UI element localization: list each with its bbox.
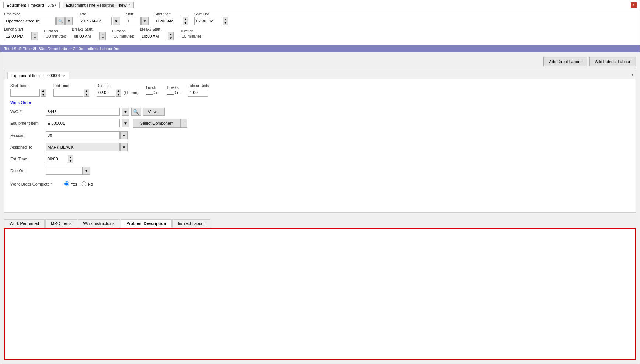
shift-dropdown-button[interactable]: ▼ <box>141 17 149 25</box>
reason-field-row: ▼ <box>46 131 128 139</box>
shift-end-down[interactable]: ▼ <box>223 21 228 25</box>
equipment-item-input[interactable] <box>46 119 120 127</box>
shift-group: Shift ▼ <box>126 12 149 25</box>
tab-indirect-labour[interactable]: Indirect Labour <box>172 219 210 228</box>
tab-arrow-button[interactable]: ▼ <box>630 73 634 77</box>
wo-view-button[interactable]: View... <box>143 108 165 116</box>
duration-input[interactable] <box>97 89 115 97</box>
select-component-button[interactable]: Select Component <box>133 119 181 128</box>
est-time-up[interactable]: ▲ <box>68 155 73 159</box>
duration-down[interactable]: ▼ <box>116 93 121 96</box>
problem-description-textarea[interactable] <box>5 229 635 241</box>
add-indirect-labour-button[interactable]: Add Indirect Labour <box>589 57 636 66</box>
breaks-group: Breaks ___0 m <box>167 86 181 95</box>
end-time-up[interactable]: ▲ <box>84 89 89 93</box>
start-time-input[interactable] <box>10 89 40 97</box>
start-time-down[interactable]: ▼ <box>41 93 46 96</box>
equipment-tab-header: Equipment Item - E 000001 × ▼ <box>4 70 636 79</box>
end-time-input[interactable] <box>53 89 83 97</box>
wo-number-input[interactable] <box>46 108 120 116</box>
select-component-side-button[interactable]: - <box>181 119 187 128</box>
est-time-spinner: ▲ ▼ <box>68 155 73 163</box>
title-tab-2[interactable]: Equipment Time Reporting - [new] * <box>63 2 134 8</box>
tab-work-performed[interactable]: Work Performed <box>4 219 45 228</box>
break2-start-spinner: ▲ ▼ <box>168 32 174 40</box>
lunch-start-up[interactable]: ▲ <box>32 32 38 36</box>
shift-end-spinner: ▲ ▼ <box>223 17 228 25</box>
eq-dropdown-button[interactable]: ▼ <box>122 119 129 127</box>
shift-end-group: Shift End ▲ ▼ <box>194 12 228 25</box>
break1-duration-value: _10 minutes <box>112 34 134 38</box>
equipment-tab-close[interactable]: × <box>63 74 65 78</box>
shift-start-up[interactable]: ▲ <box>183 17 188 21</box>
break2-duration-label: Duration <box>180 29 202 33</box>
summary-text: Total Shift Time 8h 30m Direct Labour 2h… <box>4 46 119 51</box>
start-time-field-row: ▲ ▼ <box>10 89 46 97</box>
break2-duration-value: _10 minutes <box>180 34 202 38</box>
shift-end-up[interactable]: ▲ <box>223 17 228 21</box>
tab-work-instructions[interactable]: Work Instructions <box>78 219 120 228</box>
title-tab-1[interactable]: Equipment Timecard - 6757 <box>3 2 60 8</box>
date-input[interactable] <box>79 17 112 25</box>
break1-start-up[interactable]: ▲ <box>100 32 105 36</box>
window-close-button[interactable]: × <box>631 2 637 8</box>
break1-start-input[interactable] <box>72 32 100 40</box>
add-direct-labour-button[interactable]: Add Direct Labour <box>543 57 587 66</box>
shift-end-field-row: ▲ ▼ <box>194 17 228 25</box>
tab-mro-items[interactable]: MRO Items <box>45 219 77 228</box>
shift-start-input[interactable] <box>155 17 182 25</box>
due-on-calendar-button[interactable]: ▼ <box>83 167 90 175</box>
start-time-label: Start Time <box>10 84 46 88</box>
wo-binoculars-button[interactable]: 🔍 <box>131 108 141 116</box>
tab-problem-description[interactable]: Problem Description <box>121 219 172 228</box>
employee-input[interactable] <box>4 17 56 25</box>
toolbar-row: Add Direct Labour Add Indirect Labour <box>4 56 636 67</box>
lunch-start-input[interactable] <box>4 32 32 40</box>
break2-start-up[interactable]: ▲ <box>168 32 173 36</box>
lunch-start-down[interactable]: ▼ <box>32 36 38 40</box>
est-time-input[interactable] <box>46 155 68 163</box>
shift-start-down[interactable]: ▼ <box>183 21 188 25</box>
equipment-tab[interactable]: Equipment Item - E 000001 × <box>7 72 69 79</box>
reason-input[interactable] <box>46 131 120 139</box>
lunch-duration-label: Duration <box>44 29 66 33</box>
est-time-row: Est. Time ▲ ▼ <box>10 155 630 163</box>
duration-up[interactable]: ▲ <box>116 89 121 93</box>
reason-dropdown-button[interactable]: ▼ <box>120 131 128 139</box>
break2-start-down[interactable]: ▼ <box>168 36 173 40</box>
header-area: Employee 🔍 ▼ Date ▼ Shift <box>0 10 640 45</box>
est-time-down[interactable]: ▼ <box>68 159 73 163</box>
title-bar: Equipment Timecard - 6757 Equipment Time… <box>0 0 640 10</box>
break1-start-down[interactable]: ▼ <box>100 36 105 40</box>
break2-start-input[interactable] <box>140 32 167 40</box>
work-order-link[interactable]: Work Order <box>10 100 630 105</box>
shift-end-input[interactable] <box>194 17 222 25</box>
bottom-tabs: Work Performed MRO Items Work Instructio… <box>4 219 636 228</box>
assigned-to-row: Assigned To ▼ <box>10 143 630 151</box>
assigned-to-input[interactable] <box>46 143 120 151</box>
equipment-content: Start Time ▲ ▼ End Time <box>4 79 636 212</box>
employee-binoculars-button[interactable]: 🔍 <box>56 17 65 25</box>
equipment-item-label: Equipment Item <box>10 121 44 125</box>
shift-input[interactable] <box>126 17 141 25</box>
header-row-2: Lunch Start ▲ ▼ Duration _30 minutes Bre… <box>4 27 636 40</box>
employee-field-row: 🔍 ▼ <box>4 17 73 25</box>
breaks-value: ___0 m <box>167 90 181 95</box>
labour-units-input[interactable] <box>188 89 208 97</box>
wo-complete-yes-radio[interactable] <box>64 181 69 186</box>
end-time-spinner: ▲ ▼ <box>84 89 89 97</box>
assigned-to-dropdown-button[interactable]: ▼ <box>120 143 128 151</box>
wo-complete-yes-label[interactable]: Yes <box>64 181 77 186</box>
wo-complete-no-radio[interactable] <box>82 181 86 186</box>
date-dropdown-button[interactable]: ▼ <box>113 17 120 25</box>
wo-complete-no-label[interactable]: No <box>82 181 93 186</box>
work-order-section: Work Order W/O # ▼ 🔍 View... Equipment I… <box>10 100 630 128</box>
start-time-up[interactable]: ▲ <box>41 89 46 93</box>
duration-spinner: ▲ ▼ <box>116 89 121 97</box>
wo-dropdown-button[interactable]: ▼ <box>122 108 129 116</box>
wo-number-label: W/O # <box>10 110 44 114</box>
end-time-label: End Time <box>53 84 89 88</box>
due-on-input[interactable] <box>46 167 83 175</box>
employee-dropdown-button[interactable]: ▼ <box>65 17 73 25</box>
end-time-down[interactable]: ▼ <box>84 93 89 96</box>
